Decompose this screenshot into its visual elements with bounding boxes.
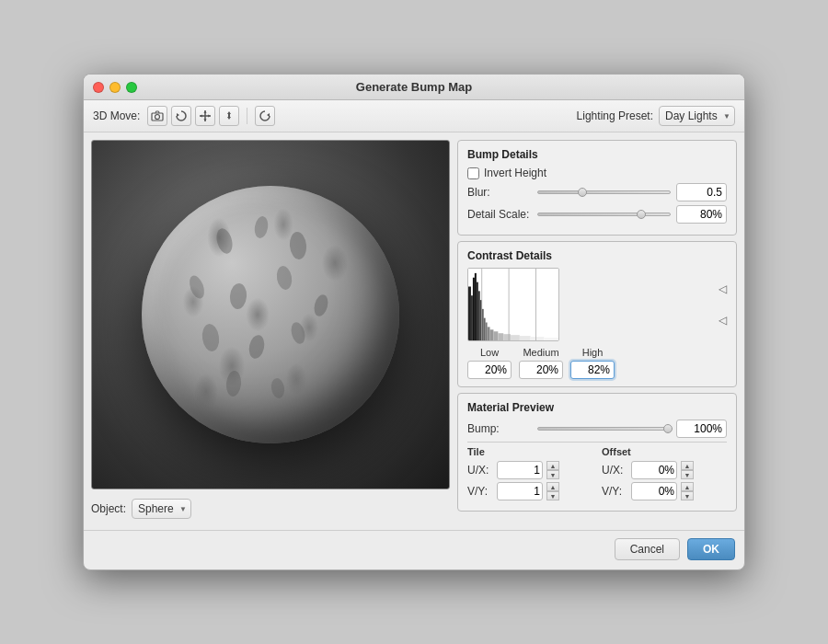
blur-slider[interactable] [537, 190, 671, 194]
object-bar: Object: Sphere [91, 495, 450, 523]
vy-tile-label: V/Y: [467, 485, 493, 498]
object-label: Object: [91, 502, 126, 515]
medium-arrow[interactable]: ◁ [719, 314, 727, 327]
blur-row: Blur: [467, 183, 727, 201]
traffic-lights [93, 82, 137, 93]
ux-offset-down[interactable]: ▼ [681, 470, 694, 479]
vy-offset-row: V/Y: ▲ ▼ [602, 482, 727, 500]
svg-point-1 [155, 115, 160, 120]
divider [467, 442, 727, 443]
vy-offset-stepper[interactable]: ▲ ▼ [681, 482, 694, 500]
svg-rect-28 [478, 291, 480, 340]
vy-stepper-down[interactable]: ▼ [546, 491, 559, 500]
move-label: 3D Move: [93, 109, 140, 122]
svg-point-12 [289, 231, 308, 259]
histogram-display [467, 268, 559, 341]
ux-offset-input[interactable] [631, 461, 677, 479]
svg-rect-23 [468, 287, 471, 341]
vy-offset-down[interactable]: ▼ [681, 491, 694, 500]
low-contrast-col: Low [467, 347, 512, 379]
vy-offset-input[interactable] [631, 482, 677, 500]
svg-rect-26 [475, 273, 477, 340]
lighting-preset-label: Lighting Preset: [577, 109, 653, 122]
preview-panel: Object: Sphere [91, 140, 450, 523]
high-label: High [582, 347, 604, 358]
svg-marker-9 [267, 113, 270, 117]
contrast-details-section: Contrast Details [457, 241, 737, 387]
cancel-button[interactable]: Cancel [615, 538, 680, 560]
ux-tile-stepper[interactable]: ▲ ▼ [546, 461, 559, 479]
svg-point-10 [214, 226, 236, 255]
vy-offset-up[interactable]: ▲ [681, 482, 694, 491]
histogram-area: ◁ ◁ [467, 268, 727, 341]
detail-scale-slider[interactable] [537, 213, 671, 216]
bump-details-section: Bump Details Invert Height Blur: Detail … [457, 140, 737, 236]
close-button[interactable] [93, 82, 104, 93]
offset-label: Offset [602, 446, 727, 457]
ux-tile-input[interactable] [497, 461, 543, 479]
high-arrow[interactable]: ◁ [719, 282, 727, 295]
vy-offset-label: V/Y: [602, 485, 627, 498]
svg-marker-5 [204, 110, 207, 113]
object-select[interactable]: Sphere [132, 499, 191, 519]
bump-slider[interactable] [537, 427, 671, 431]
contrast-details-title: Contrast Details [467, 249, 727, 262]
svg-rect-31 [484, 318, 486, 340]
material-preview-section: Material Preview Bump: Tile U/X: [457, 393, 737, 512]
ux-stepper-up[interactable]: ▲ [546, 461, 559, 470]
medium-input[interactable] [519, 361, 563, 379]
object-select-wrapper: Sphere [132, 499, 191, 519]
main-window: Generate Bump Map 3D Move: Lighting Pres… [83, 74, 745, 570]
vy-tile-input[interactable] [497, 482, 543, 500]
sphere-svg [142, 186, 399, 443]
svg-rect-24 [471, 295, 473, 340]
ux-offset-up[interactable]: ▲ [681, 461, 694, 470]
invert-height-checkbox[interactable] [467, 167, 479, 179]
vy-stepper-up[interactable]: ▲ [546, 482, 559, 491]
toolbar-separator [247, 108, 247, 124]
move-icon[interactable] [195, 106, 215, 126]
ux-tile-row: U/X: ▲ ▼ [467, 461, 592, 479]
lighting-preset-select-wrapper: Day Lights [659, 106, 735, 126]
svg-rect-32 [486, 323, 488, 341]
detail-scale-input[interactable] [676, 205, 727, 224]
svg-point-17 [201, 323, 221, 352]
lighting-preset-select[interactable]: Day Lights [659, 106, 735, 126]
high-input[interactable] [570, 361, 615, 379]
offset-section: Offset U/X: ▲ ▼ V/Y: [602, 446, 727, 503]
svg-rect-41 [544, 338, 558, 340]
svg-rect-33 [488, 327, 490, 340]
reset-icon[interactable] [255, 106, 275, 126]
svg-point-11 [253, 215, 270, 239]
ux-offset-stepper[interactable]: ▲ ▼ [681, 461, 694, 479]
pan-icon[interactable] [219, 106, 239, 126]
svg-point-16 [312, 293, 330, 318]
maximize-button[interactable] [126, 82, 137, 93]
camera-icon[interactable] [147, 106, 167, 126]
medium-label: Medium [523, 347, 558, 358]
right-panel: Bump Details Invert Height Blur: Detail … [457, 140, 737, 523]
footer: Cancel OK [84, 530, 744, 569]
detail-scale-label: Detail Scale: [467, 208, 532, 221]
vy-tile-stepper[interactable]: ▲ ▼ [546, 482, 559, 500]
invert-height-row: Invert Height [467, 167, 727, 179]
svg-rect-25 [473, 278, 475, 340]
ux-stepper-down[interactable]: ▼ [546, 470, 559, 479]
svg-point-19 [289, 321, 307, 346]
bump-row: Bump: [467, 420, 727, 438]
low-input[interactable] [467, 361, 512, 379]
svg-point-18 [247, 334, 266, 361]
svg-rect-39 [520, 336, 531, 340]
toolbar-icons [147, 106, 275, 126]
material-preview-title: Material Preview [467, 401, 727, 414]
bump-details-title: Bump Details [467, 148, 727, 161]
blur-input[interactable] [676, 183, 727, 201]
high-contrast-col: High [570, 347, 615, 379]
rotate-icon[interactable] [171, 106, 191, 126]
ok-button[interactable]: OK [687, 538, 735, 560]
svg-rect-37 [503, 334, 511, 340]
minimize-button[interactable] [109, 82, 121, 93]
svg-point-21 [270, 377, 286, 399]
bump-input[interactable] [676, 420, 727, 438]
histogram-svg [468, 269, 558, 340]
